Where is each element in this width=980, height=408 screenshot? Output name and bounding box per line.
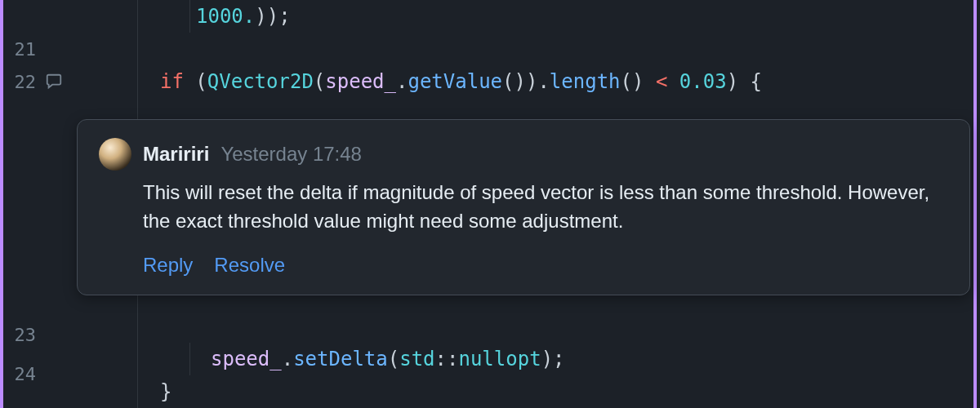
comment-thread-icon[interactable]	[42, 73, 65, 91]
line-number: 21	[10, 39, 36, 60]
code-line[interactable]: 1000.));	[72, 0, 980, 33]
line-number: 22	[10, 72, 36, 92]
comment-body: This will reset the delta if magnitude o…	[143, 179, 948, 236]
code-line[interactable]: if (QVector2D(speed_.getValue()).length(…	[72, 65, 980, 98]
indent-guide	[189, 0, 190, 33]
code-line[interactable]: }	[72, 375, 980, 408]
code-editor: 21 22 23 24 1000.)); if (QVecto	[0, 0, 980, 408]
avatar[interactable]	[99, 138, 131, 171]
comment-author[interactable]: Maririri	[143, 143, 209, 166]
reply-button[interactable]: Reply	[143, 254, 193, 277]
change-marker-right	[973, 0, 977, 408]
gutter-row: 21	[3, 33, 72, 65]
comment-header: Maririri Yesterday 17:48	[99, 138, 948, 171]
gutter-row: 24	[3, 357, 72, 390]
indent-guide	[189, 343, 190, 375]
line-number: 24	[10, 364, 36, 384]
comment-actions: Reply Resolve	[143, 254, 948, 277]
inline-comment-card: Maririri Yesterday 17:48 This will reset…	[77, 119, 970, 295]
gutter-row: 22	[3, 65, 72, 98]
gutter-row	[3, 0, 72, 33]
gutter-row: 23	[3, 312, 72, 357]
code-line-blank[interactable]	[72, 33, 980, 65]
resolve-button[interactable]: Resolve	[214, 254, 285, 277]
code-line[interactable]: speed_.setDelta(std::nullopt);	[72, 343, 980, 375]
gutter: 21 22 23 24	[3, 0, 72, 408]
comment-timestamp: Yesterday 17:48	[220, 143, 362, 166]
line-number: 23	[10, 325, 36, 345]
